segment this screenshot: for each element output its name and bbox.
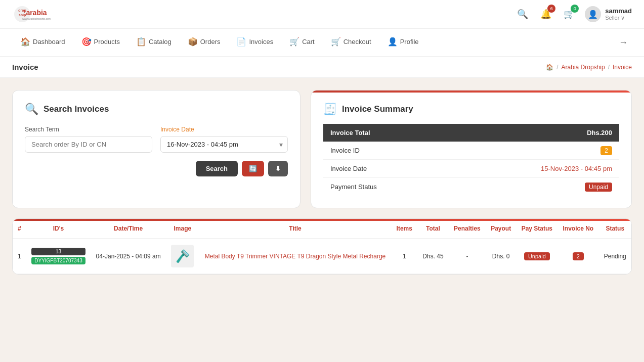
breadcrumb-link-arabia[interactable]: Arabia Dropship <box>562 64 605 71</box>
row-image: 🪒 <box>166 239 199 274</box>
col-invoice-no: Invoice No <box>557 219 598 239</box>
invoice-summary-card: 🧾 Invoice Summary Invoice Total Dhs.200 … <box>311 90 632 208</box>
row-payout: Dhs. 0 <box>486 239 516 274</box>
col-payout: Payout <box>486 219 516 239</box>
summary-row-id: Invoice ID 2 <box>323 142 619 160</box>
col-items: Items <box>391 219 417 239</box>
search-term-group: Search Term <box>25 126 152 153</box>
id-code-badge: DYYIGFBT20707343 <box>31 257 85 264</box>
data-table-card: # ID's Date/Time Image Title Items Total… <box>12 218 632 275</box>
search-card-icon: 🔍 <box>25 103 38 116</box>
search-invoices-card: 🔍 Search Invoices Search Term Invoice Da… <box>12 90 300 208</box>
nav-dashboard[interactable]: 🏠 Dashboard <box>12 29 73 56</box>
search-icon-button[interactable]: 🔍 <box>515 7 530 22</box>
row-datetime: 04-Jan-2025 - 04:09 am <box>91 239 166 274</box>
nav-next-arrow[interactable]: → <box>615 29 632 56</box>
notification-bell-button[interactable]: 🔔 6 <box>538 7 553 22</box>
row-id: 13 DYYIGFBT20707343 <box>26 239 91 274</box>
summary-table: Invoice Total Dhs.200 Invoice ID 2 Invoi… <box>323 124 619 196</box>
cart-badge: 0 <box>571 5 579 13</box>
table-row: 1 13 DYYIGFBT20707343 04-Jan-2025 - 04:0… <box>13 239 631 274</box>
download-button[interactable]: ⬇ <box>268 161 288 176</box>
svg-text:arabia: arabia <box>26 9 47 17</box>
id-num-badge: 13 <box>31 248 85 255</box>
summary-card-title: Invoice Summary <box>342 104 413 114</box>
search-card-header: 🔍 Search Invoices <box>25 103 288 116</box>
summary-card-header: 🧾 Invoice Summary <box>323 103 619 116</box>
nav-orders[interactable]: 📦 Orders <box>180 29 229 56</box>
row-status: Pending <box>598 239 631 274</box>
invoice-date-select[interactable]: 16-Nov-2023 - 04:45 pm <box>160 136 288 153</box>
breadcrumb-home-icon: 🏠 <box>546 64 553 71</box>
summary-card-icon: 🧾 <box>323 103 337 116</box>
payment-status-value: Unpaid <box>446 178 619 196</box>
cart-icon-button[interactable]: 🛒 0 <box>562 7 577 22</box>
nav-catalog[interactable]: 📋 Catalog <box>128 29 180 56</box>
col-status: Status <box>598 219 631 239</box>
refresh-button[interactable]: 🔄 <box>242 161 264 176</box>
product-title-link[interactable]: Metal Body T9 Trimmer VINTAGE T9 Dragon … <box>205 253 385 260</box>
summary-row-date: Invoice Date 15-Nov-2023 - 04:45 pm <box>323 160 619 178</box>
table-header-row: # ID's Date/Time Image Title Items Total… <box>13 219 631 239</box>
main-content: 🔍 Search Invoices Search Term Invoice Da… <box>0 78 644 287</box>
user-details: sammad Seller ∨ <box>605 7 632 21</box>
checkout-icon: 🛒 <box>331 37 341 47</box>
navigation: 🏠 Dashboard 🎯 Products 📋 Catalog 📦 Order… <box>0 29 644 57</box>
row-invoice-no: 2 <box>557 239 598 274</box>
product-image-placeholder: 🪒 <box>175 249 190 263</box>
profile-icon: 👤 <box>388 37 398 47</box>
summary-header-value: Dhs.200 <box>446 124 619 142</box>
user-role: Seller ∨ <box>605 15 632 21</box>
search-card-title: Search Invoices <box>44 104 109 114</box>
breadcrumb-sep1: / <box>556 64 558 71</box>
search-button[interactable]: Search <box>196 161 238 176</box>
nav-products[interactable]: 🎯 Products <box>73 29 128 56</box>
user-menu[interactable]: 👤 sammad Seller ∨ <box>585 6 632 22</box>
nav-profile[interactable]: 👤 Profile <box>379 29 427 56</box>
row-num: 1 <box>13 239 26 274</box>
search-input[interactable] <box>25 136 152 153</box>
nav-invoices[interactable]: 📄 Invoices <box>228 29 281 56</box>
breadcrumb-current: Invoice <box>613 64 632 71</box>
page-title: Invoice <box>12 63 38 71</box>
row-title: Metal Body T9 Trimmer VINTAGE T9 Dragon … <box>199 239 392 274</box>
row-pay-status: Unpaid <box>516 239 557 274</box>
svg-text:ship: ship <box>19 13 26 17</box>
col-total: Total <box>417 219 449 239</box>
id-badge-container: 13 DYYIGFBT20707343 <box>31 248 85 264</box>
header-icons: 🔍 🔔 6 🛒 0 👤 sammad Seller ∨ <box>515 6 632 22</box>
col-num: # <box>13 219 26 239</box>
col-penalties: Penalties <box>449 219 486 239</box>
avatar: 👤 <box>585 6 601 22</box>
orders-icon: 📦 <box>188 37 198 47</box>
product-thumbnail: 🪒 <box>171 245 194 267</box>
row-total: Dhs. 45 <box>417 239 449 274</box>
search-term-label: Search Term <box>25 126 152 133</box>
catalog-icon: 📋 <box>136 37 146 47</box>
search-btn-row: Search 🔄 ⬇ <box>25 161 288 176</box>
invoice-no-badge: 2 <box>573 252 584 260</box>
invoice-date-value: 15-Nov-2023 - 04:45 pm <box>446 160 619 178</box>
row-items: 1 <box>391 239 417 274</box>
pay-status-badge: Unpaid <box>524 252 550 260</box>
breadcrumb: 🏠 / Arabia Dropship / Invoice <box>546 64 632 71</box>
payment-status-badge: Unpaid <box>585 183 612 192</box>
breadcrumb-sep2: / <box>608 64 610 71</box>
invoice-date-label: Invoice Date <box>323 160 446 178</box>
payment-status-label: Payment Status <box>323 178 446 196</box>
invoice-date-select-wrapper: 16-Nov-2023 - 04:45 pm <box>160 136 288 153</box>
col-title: Title <box>199 219 392 239</box>
summary-header-label: Invoice Total <box>323 124 446 142</box>
invoice-id-badge: 2 <box>600 146 612 155</box>
download-icon: ⬇ <box>275 165 281 172</box>
search-form-row: Search Term Invoice Date 16-Nov-2023 - 0… <box>25 126 288 153</box>
svg-text:drop: drop <box>18 9 26 13</box>
summary-row-payment: Payment Status Unpaid <box>323 178 619 196</box>
nav-cart[interactable]: 🛒 Cart <box>281 29 323 56</box>
cart-nav-icon: 🛒 <box>289 37 299 47</box>
invoice-date-label: Invoice Date <box>160 126 288 133</box>
refresh-icon: 🔄 <box>249 165 257 172</box>
nav-checkout[interactable]: 🛒 Checkout <box>323 29 379 56</box>
col-datetime: Date/Time <box>91 219 166 239</box>
col-ids: ID's <box>26 219 91 239</box>
